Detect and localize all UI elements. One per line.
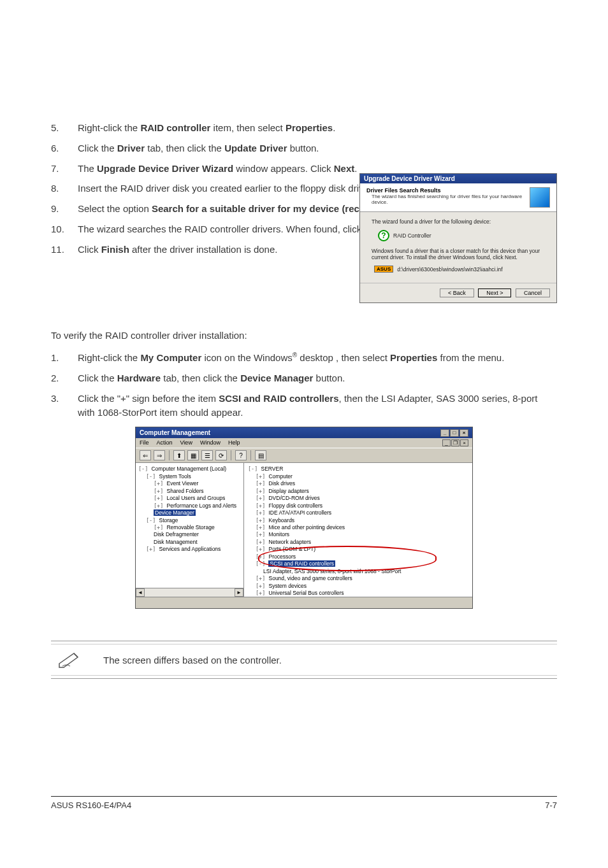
step-item: 6.Click the Driver tab, then click the U… xyxy=(51,141,557,155)
tree-item[interactable]: [+] Processors xyxy=(248,553,468,560)
cm-right-pane[interactable]: [-] SERVER[+] Computer[+] Disk drives[+]… xyxy=(244,463,472,597)
back-button[interactable]: < Back xyxy=(440,288,474,297)
cm-toolbar: ⇐ ⇒ ⬆ ▦ ☰ ⟳ ? ▤ xyxy=(136,448,472,463)
wizard-header-title: Driver Files Search Results xyxy=(366,187,530,194)
tree-item[interactable]: Device Manager xyxy=(138,509,241,516)
tree-item[interactable]: [+] Display adapters xyxy=(248,488,468,495)
help-icon[interactable]: ? xyxy=(235,450,247,460)
wizard-body: The wizard found a driver for the follow… xyxy=(360,212,556,283)
tree-item[interactable]: [+] IDE ATA/ATAPI controllers xyxy=(248,509,468,516)
nav-fwd-icon[interactable]: ⇒ xyxy=(154,450,165,460)
menu-item-window[interactable]: Window xyxy=(200,439,221,446)
mdi-minimize-icon[interactable]: _ xyxy=(442,439,451,446)
maximize-icon[interactable]: □ xyxy=(450,429,459,437)
refresh-icon[interactable]: ⟳ xyxy=(215,450,227,460)
tree-item[interactable]: [-] SERVER xyxy=(248,466,468,473)
tree-item[interactable]: [-] System Tools xyxy=(138,473,241,480)
wizard-device-name: RAID Controller xyxy=(393,232,431,239)
folder-icon[interactable]: ▦ xyxy=(187,450,199,460)
view-icon[interactable]: ▤ xyxy=(255,450,266,460)
mdi-restore-icon[interactable]: ❐ xyxy=(451,439,460,446)
tree-item[interactable]: LSI Adapter, SAS 3000 series, 8-port wit… xyxy=(248,568,468,575)
cm-statusbar xyxy=(136,597,472,608)
note-block: The screen differs based on the controll… xyxy=(51,641,557,679)
wizard-header-subtitle: The wizard has finished searching for dr… xyxy=(366,194,530,205)
step-text: Click the Hardware tab, then click the D… xyxy=(78,371,557,385)
tree-item[interactable]: [-] SCSI and RAID controllers xyxy=(248,560,468,567)
wizard-match-line: Windows found a driver that is a closer … xyxy=(372,248,545,260)
tree-item[interactable]: [+] Monitors xyxy=(248,531,468,538)
menu-item-file[interactable]: File xyxy=(140,439,149,446)
tree-item[interactable]: [+] Universal Serial Bus controllers xyxy=(248,590,468,597)
nav-back-icon[interactable]: ⇐ xyxy=(140,450,151,460)
step-item: 5.Right-click the RAID controller item, … xyxy=(51,121,557,135)
wizard-header: Driver Files Search Results The wizard h… xyxy=(360,183,556,212)
mdi-close-icon[interactable]: × xyxy=(460,439,468,446)
wizard-path-value: d:\drivers\6300esb\windows\win32\iaahci.… xyxy=(397,266,502,273)
step-number: 3. xyxy=(51,392,78,420)
cm-left-pane[interactable]: [-] Computer Management (Local)[-] Syste… xyxy=(136,463,244,597)
tree-item[interactable]: [+] Shared Folders xyxy=(138,488,241,495)
steps-list-2: 1.Right-click the My Computer icon on th… xyxy=(51,351,557,419)
minimize-icon[interactable]: _ xyxy=(440,429,449,437)
tree-item[interactable]: [+] System devices xyxy=(248,583,468,590)
tree-item[interactable]: [+] Disk drives xyxy=(248,480,468,487)
footer-right: 7-7 xyxy=(545,800,557,810)
tree-item[interactable]: [+] Computer xyxy=(248,473,468,480)
tree-item[interactable]: [+] Network adapters xyxy=(248,539,468,546)
left-scrollbar[interactable]: ◄ ► xyxy=(136,588,243,597)
step-item: 2.Click the Hardware tab, then click the… xyxy=(51,371,557,385)
cm-titlebar: Computer Management _□× xyxy=(136,427,472,438)
scroll-left-icon[interactable]: ◄ xyxy=(136,588,145,597)
menu-item-help[interactable]: Help xyxy=(228,439,240,446)
tree-item[interactable]: [+] Ports (COM & LPT) xyxy=(248,546,468,553)
footer-left: ASUS RS160-E4/PA4 xyxy=(51,800,131,810)
wizard-buttons: < Back Next > Cancel xyxy=(360,283,556,302)
close-icon[interactable]: × xyxy=(460,429,468,437)
properties-icon[interactable]: ☰ xyxy=(201,450,213,460)
wizard-found-line: The wizard found a driver for the follow… xyxy=(372,218,545,225)
cm-window-buttons: _□× xyxy=(440,429,468,437)
tree-item[interactable]: Disk Management xyxy=(138,539,241,546)
computer-management-window: Computer Management _□× FileActionViewWi… xyxy=(135,427,473,609)
tree-item[interactable]: [+] Mice and other pointing devices xyxy=(248,524,468,531)
cm-title: Computer Management xyxy=(140,429,210,436)
tree-item[interactable]: [+] Services and Applications xyxy=(138,546,241,553)
tree-item[interactable]: [+] Local Users and Groups xyxy=(138,495,241,502)
step-text: Click the "+" sign before the item SCSI … xyxy=(78,392,557,420)
menu-item-view[interactable]: View xyxy=(180,439,192,446)
step-item: 1.Right-click the My Computer icon on th… xyxy=(51,351,557,365)
tree-item[interactable]: [+] Removable Storage xyxy=(138,524,241,531)
step-text: Click the Driver tab, then click the Upd… xyxy=(78,141,557,155)
note-text: The screen differs based on the controll… xyxy=(103,655,282,665)
scroll-right-icon[interactable]: ► xyxy=(235,588,243,597)
step-text: Right-click the My Computer icon on the … xyxy=(78,351,557,365)
step-number: 5. xyxy=(51,121,78,135)
tree-item[interactable]: [-] Computer Management (Local) xyxy=(138,466,241,473)
step-text: Right-click the RAID controller item, th… xyxy=(78,121,557,135)
note-pencil-icon xyxy=(57,651,84,669)
step-number: 2. xyxy=(51,371,78,385)
step-number: 1. xyxy=(51,351,78,365)
verify-intro: To verify the RAID controller driver ins… xyxy=(51,329,557,342)
question-icon: ? xyxy=(378,230,389,241)
page-footer: ASUS RS160-E4/PA4 7-7 xyxy=(51,796,557,810)
cm-mdi-buttons: _❐× xyxy=(442,439,468,446)
cancel-button[interactable]: Cancel xyxy=(516,288,550,297)
wizard-titlebar: Upgrade Device Driver Wizard xyxy=(360,174,556,183)
step-number: 6. xyxy=(51,141,78,155)
up-icon[interactable]: ⬆ xyxy=(173,450,185,460)
wizard-icon xyxy=(530,187,550,208)
tree-item[interactable]: [+] Performance Logs and Alerts xyxy=(138,502,241,509)
upgrade-wizard-dialog: Upgrade Device Driver Wizard Driver File… xyxy=(359,173,557,303)
tree-item[interactable]: [-] Storage xyxy=(138,517,241,524)
tree-item[interactable]: Disk Defragmenter xyxy=(138,531,241,538)
tree-item[interactable]: [+] Sound, video and game controllers xyxy=(248,575,468,582)
tree-item[interactable]: [+] Keyboards xyxy=(248,517,468,524)
cm-menubar: FileActionViewWindowHelp _❐× xyxy=(136,438,472,448)
next-button[interactable]: Next > xyxy=(478,288,511,297)
menu-item-action[interactable]: Action xyxy=(157,439,173,446)
tree-item[interactable]: [+] Event Viewer xyxy=(138,480,241,487)
tree-item[interactable]: [+] Floppy disk controllers xyxy=(248,502,468,509)
tree-item[interactable]: [+] DVD/CD-ROM drives xyxy=(248,495,468,502)
